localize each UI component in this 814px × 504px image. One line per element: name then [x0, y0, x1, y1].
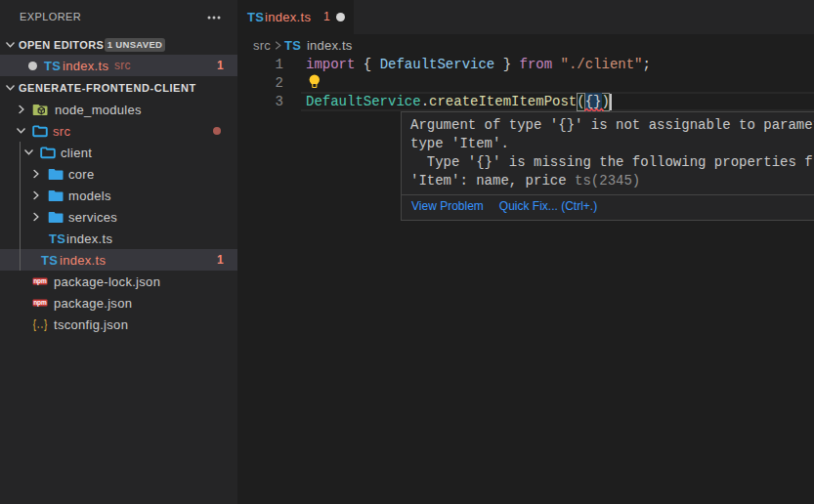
- svg-text:npm: npm: [33, 277, 47, 285]
- svg-text:{..}: {..}: [33, 317, 48, 332]
- svg-text:npm: npm: [33, 299, 47, 307]
